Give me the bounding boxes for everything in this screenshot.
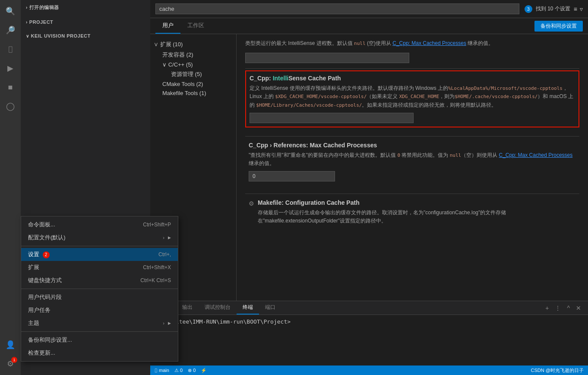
terminal-tab-bar: 问题 输出 调试控制台 终端 端口 + ⋮ ^ ✕ [150, 301, 588, 315]
tree-label-cpp: C/C++ (5) [168, 61, 193, 68]
run-debug-icon[interactable]: ▶ [3, 60, 18, 76]
intellisense-cache-path-desc: 定义 IntelliSense 使用的缓存预编译标头的文件夹路径。默认缓存路径为… [250, 84, 575, 109]
code-zero: 0 [397, 153, 400, 158]
tree-item-cmake[interactable]: CMake Tools (2) [154, 79, 233, 89]
search-results-label: 找到 10 个设置 [536, 5, 570, 13]
account-icon[interactable]: 👤 [3, 337, 18, 353]
search-icons: ≡ ▿ [574, 6, 583, 13]
remote-icon[interactable]: ◯ [3, 99, 18, 114]
status-errors[interactable]: ⚠ 0 [174, 368, 183, 373]
tree-item-resource[interactable]: 资源管理 (5) [154, 69, 233, 79]
references-max-cached-setting: C_Cpp › References: Max Cached Processes… [245, 138, 579, 185]
menu-shortcut-command-palette: Ctrl+Shift+P [143, 222, 171, 228]
tree-item-makefile[interactable]: Makefile Tools (1) [154, 89, 233, 98]
close-terminal-button[interactable]: ✕ [574, 303, 583, 313]
status-branch[interactable]: ⌷ main [155, 368, 169, 373]
code-macos-cache: $HOME/Library/Caches/vscode-cpptools/ [256, 102, 362, 108]
tree-item-dev-containers[interactable]: 开发容器 (2) [154, 50, 233, 60]
makefile-setting-row: ⚙ Makefile: Configuration Cache Path 存储最… [249, 199, 576, 229]
references-max-cached-title: C_Cpp › References: Max Cached Processes [249, 142, 576, 149]
menu-item-tasks[interactable]: 用户任务 [21, 304, 178, 317]
menu-item-keyboard[interactable]: 键盘快捷方式 Ctrl+K Ctrl+S [21, 274, 178, 287]
intellisense-cache-path-input[interactable] [250, 113, 414, 123]
explorer-icon[interactable]: 🔍 [3, 3, 18, 19]
menu-item-profile[interactable]: 配置文件(默认) › [21, 231, 178, 244]
top-link[interactable]: C_Cpp: Max Cached Processes [392, 40, 466, 46]
menu-item-snippets[interactable]: 用户代码片段 [21, 291, 178, 304]
search-input[interactable] [155, 3, 519, 14]
title-max-cached-bold: Max Cached Processes [310, 142, 377, 149]
tree-item-extensions[interactable]: ∨ 扩展 (10) [154, 39, 233, 50]
extensions-icon[interactable]: ■ [3, 79, 18, 95]
source-control-icon[interactable]: ⌷ [3, 41, 18, 57]
menu-item-backup[interactable]: 备份和同步设置... [21, 334, 178, 346]
menu-shortcut-extensions: Ctrl+Shift+X [143, 264, 171, 270]
sidebar-header-project[interactable]: › PROJECT [21, 17, 150, 27]
makefile-config-desc: 存储最后一个试运行生成命令输出的缓存文件的路径。取消设置时，名为"configu… [258, 209, 576, 225]
tab-user[interactable]: 用户 [155, 18, 180, 34]
terminal-tab-terminal[interactable]: 终端 [237, 301, 259, 315]
menu-label-extensions: 扩展 [28, 264, 126, 271]
separator-2 [245, 136, 579, 137]
backup-sync-button[interactable]: 备份和同步设置 [534, 21, 583, 32]
menu-divider-2 [21, 289, 178, 289]
menu-item-extensions[interactable]: 扩展 Ctrl+Shift+X [21, 261, 178, 274]
code-home-cache: $HOME/.cache/vscode-cpptools/ [455, 94, 537, 99]
sidebar-label-project: PROJECT [29, 19, 53, 25]
code-xdg: $XDG_CACHE_HOME/vscode-cpptools/ [275, 94, 367, 99]
new-terminal-button[interactable]: + [544, 303, 550, 313]
makefile-config-cache-setting: ⚙ Makefile: Configuration Cache Path 存储最… [245, 196, 579, 232]
app-container: 🔍 🔎 ⌷ ▶ ■ ◯ 👤 ⚙ 1 › 打开的编辑器 › PROJECT [0, 0, 588, 375]
ref-link[interactable]: C_Cpp: Max Cached Processes [499, 152, 573, 158]
top-setting-input[interactable] [245, 53, 409, 63]
settings-gear-icon[interactable]: ⚙ 1 [3, 356, 18, 372]
terminal-tab-ports[interactable]: 端口 [259, 301, 281, 315]
terminal-tab-debug-console[interactable]: 调试控制台 [199, 301, 237, 315]
code-xdg-home: XDG_CACHE_HOME [399, 94, 439, 99]
title-sense-cache: Sense Cache Path [288, 75, 341, 82]
menu-label-check-updates: 检查更新... [28, 349, 171, 357]
terminal-tab-output[interactable]: 输出 [176, 301, 199, 315]
top-input-wrapper [245, 53, 579, 63]
menu-label-profile: 配置文件(默认) [28, 234, 163, 242]
maximize-terminal-button[interactable]: ^ [565, 303, 572, 313]
status-lightning[interactable]: ⚡ [201, 368, 207, 373]
top-desc: 类型类运行的最大 IntelliSense 进程数。默认值 null (空)使用… [245, 39, 579, 48]
references-max-cached-desc: "查找所有引用"和"重命名"的要留在内存中的最大进程数。默认值 0 将禁用此功能… [249, 151, 576, 168]
status-warnings[interactable]: ⊗ 0 [188, 368, 196, 373]
status-bar: ⌷ main ⚠ 0 ⊗ 0 ⚡ CSDN @时光飞逝的日子 [150, 365, 588, 375]
menu-label-keyboard: 键盘快捷方式 [28, 276, 123, 284]
submenu-arrow-theme-icon: › [163, 321, 164, 326]
filter-icon[interactable]: ▿ [580, 6, 583, 13]
references-max-cached-input[interactable] [249, 171, 335, 181]
status-bar-right: CSDN @时光飞逝的日子 [531, 367, 584, 374]
setting-gear-icon[interactable]: ⚙ [249, 200, 254, 207]
tree-label-cmake: CMake Tools (2) [162, 81, 203, 87]
makefile-config-title: Makefile: Configuration Cache Path [258, 199, 576, 206]
terminal-content: S D:\gitee\IMM-RUN\imm-run\BOOT\Project> [150, 315, 588, 365]
tree-label-resource: 资源管理 (5) [171, 71, 202, 77]
tab-list: 用户 工作区 [155, 18, 211, 34]
settings-tab-bar: 用户 工作区 备份和同步设置 [150, 18, 588, 34]
sidebar-header-keil[interactable]: ∨ KEIL UVISION PROJECT [21, 31, 150, 41]
sidebar-header-editors[interactable]: › 打开的编辑器 [21, 2, 150, 13]
chevron-icon: › [26, 5, 28, 10]
menu-label-settings: 设置 2 [28, 251, 141, 258]
sort-icon[interactable]: ≡ [574, 6, 577, 13]
sidebar-section-project: › PROJECT [21, 15, 150, 29]
settings-content[interactable]: ∨ 扩展 (10) 开发容器 (2) ∨ C/C++ (5) 资源管理 (5) [150, 34, 588, 301]
submenu-arrow-icon: › [163, 235, 164, 240]
terminal-panel: 问题 输出 调试控制台 终端 端口 + ⋮ ^ ✕ S D:\gitee\IMM… [150, 301, 588, 365]
search-icon[interactable]: 🔎 [3, 22, 18, 38]
tab-workspace[interactable]: 工作区 [180, 18, 211, 34]
menu-item-check-updates[interactable]: 检查更新... [21, 346, 178, 359]
intellisense-cache-path-setting: C_Cpp: IntelliSense Cache Path 定义 Intell… [245, 70, 579, 127]
context-menu: 命令面板... Ctrl+Shift+P 配置文件(默认) › 设置 2 Ctr… [21, 216, 178, 362]
menu-item-command-palette[interactable]: 命令面板... Ctrl+Shift+P [21, 218, 178, 231]
chevron-icon-keil: ∨ [26, 34, 29, 38]
tree-item-cpp[interactable]: ∨ C/C++ (5) [154, 60, 233, 69]
menu-item-settings[interactable]: 设置 2 Ctrl+, [21, 248, 178, 261]
split-terminal-button[interactable]: ⋮ [553, 303, 563, 313]
menu-label-tasks: 用户任务 [28, 306, 171, 314]
menu-item-theme[interactable]: 主题 › [21, 317, 178, 330]
